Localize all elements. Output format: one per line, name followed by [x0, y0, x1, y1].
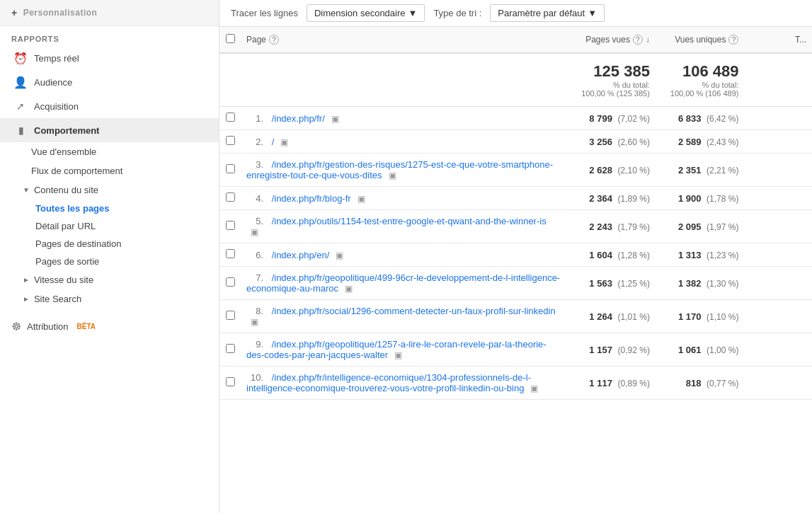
row-number: 9.	[246, 339, 266, 350]
table-row: 6. /index.php/en/ ▣ 1 604 (1,28 %) 1 313…	[219, 243, 812, 267]
row-checkbox-cell[interactable]	[219, 267, 241, 300]
vues-uniques-value: 818	[686, 378, 702, 388]
table-row: 9. /index.php/fr/geopolitique/1257-a-lir…	[219, 333, 812, 367]
t-cell	[744, 243, 812, 267]
row-checkbox-cell[interactable]	[219, 187, 241, 210]
external-link-icon[interactable]: ▣	[394, 350, 404, 360]
tri-value: Paramètre par défaut	[498, 8, 585, 18]
sidebar-item-acquisition[interactable]: ➚ Acquisition	[0, 94, 219, 118]
header-checkbox[interactable]	[226, 34, 235, 43]
row-checkbox-4[interactable]	[226, 221, 235, 230]
table-row: 8. /index.php/fr/social/1296-comment-det…	[219, 300, 812, 333]
select-all-checkbox[interactable]	[219, 27, 241, 53]
chevron-down-icon: ▼	[23, 186, 30, 194]
external-link-icon[interactable]: ▣	[387, 171, 397, 180]
clock-icon: ⏰	[14, 52, 27, 64]
row-checkbox-cell[interactable]	[219, 130, 241, 154]
sidebar: + Personnalisation RAPPORTS ⏰ Temps réel…	[0, 0, 219, 513]
dimension-label: Dimension secondaire	[314, 8, 406, 18]
pages-vues-cell: 2 243 (1,79 %)	[566, 210, 656, 243]
page-link[interactable]: /index.php/fr/	[272, 113, 325, 124]
page-link[interactable]: /index.php/fr/gestion-des-risques/1275-e…	[246, 159, 553, 180]
external-link-icon[interactable]: ▣	[344, 284, 354, 294]
external-link-icon[interactable]: ▣	[530, 384, 539, 393]
vues-uniques-value: 2 095	[678, 221, 702, 232]
page-help-icon[interactable]: ?	[269, 35, 279, 45]
sidebar-item-detail-url[interactable]: Détail par URL	[0, 217, 219, 235]
external-link-icon[interactable]: ▣	[335, 250, 345, 260]
external-link-icon[interactable]: ▣	[356, 194, 366, 204]
sidebar-item-audience[interactable]: 👤 Audience	[0, 70, 219, 94]
row-checkbox-1[interactable]	[226, 136, 235, 145]
pages-vues-pct: (1,01 %)	[618, 312, 650, 322]
vues-uniques-value: 2 351	[678, 165, 702, 175]
row-checkbox-cell[interactable]	[219, 154, 241, 187]
sidebar-item-toutes-les-pages[interactable]: Toutes les pages	[0, 200, 219, 217]
sidebar-item-vitesse-du-site[interactable]: ► Vitesse du site	[0, 270, 219, 289]
tri-label: Type de tri :	[433, 8, 481, 18]
external-link-icon[interactable]: ▣	[249, 227, 259, 237]
row-checkbox-5[interactable]	[226, 249, 235, 258]
page-link[interactable]: /index.php/fr/intelligence-economique/13…	[246, 372, 531, 393]
row-checkbox-6[interactable]	[226, 277, 235, 287]
row-checkbox-cell[interactable]	[219, 367, 241, 400]
vues-uniques-pct: (1,10 %)	[707, 312, 738, 322]
contenu-label: Contenu du site	[34, 185, 98, 195]
row-checkbox-0[interactable]	[226, 113, 235, 122]
row-checkbox-2[interactable]	[226, 164, 235, 173]
page-link[interactable]: /index.php/fr/geopolitique/499-96cr-le-d…	[246, 272, 560, 294]
acquisition-icon: ➚	[14, 100, 27, 113]
vues-uniques-label: Vues uniques	[675, 35, 726, 45]
external-link-icon[interactable]: ▣	[280, 137, 290, 147]
sidebar-item-label: Comportement	[34, 125, 99, 136]
row-checkbox-cell[interactable]	[219, 243, 241, 267]
sidebar-item-temps-reel[interactable]: ⏰ Temps réel	[0, 46, 219, 70]
sidebar-item-vue-ensemble[interactable]: Vue d'ensemble	[0, 142, 219, 161]
sidebar-item-flux-comportement[interactable]: Flux de comportement	[0, 161, 219, 180]
dimension-secondaire-button[interactable]: Dimension secondaire ▼	[307, 4, 425, 22]
vues-uniques-pct: (6,42 %)	[707, 114, 738, 124]
row-checkbox-8[interactable]	[226, 344, 235, 353]
tri-value-button[interactable]: Paramètre par défaut ▼	[490, 4, 605, 22]
total-pages-vues: 125 385	[572, 62, 650, 81]
row-checkbox-cell[interactable]	[219, 107, 241, 130]
sidebar-item-pages-sortie[interactable]: Pages de sortie	[0, 253, 219, 270]
page-link[interactable]: /index.php/outils/1154-test-entre-google…	[272, 216, 547, 226]
page-link[interactable]: /index.php/fr/social/1296-comment-detect…	[272, 306, 556, 316]
sidebar-item-site-search[interactable]: ► Site Search	[0, 289, 219, 309]
external-link-icon[interactable]: ▣	[249, 317, 259, 327]
sort-down-icon[interactable]: ↓	[646, 35, 650, 45]
pages-vues-cell: 2 364 (1,89 %)	[566, 187, 656, 210]
sidebar-item-pages-destination[interactable]: Pages de destination	[0, 235, 219, 253]
row-checkbox-cell[interactable]	[219, 210, 241, 243]
vues-uniques-cell: 818 (0,77 %)	[656, 367, 745, 400]
pages-vues-help-icon[interactable]: ?	[633, 35, 643, 45]
row-checkbox-cell[interactable]	[219, 300, 241, 333]
page-link[interactable]: /index.php/fr/blog-fr	[272, 193, 351, 204]
sidebar-item-contenu-du-site[interactable]: ▼ Contenu du site	[0, 180, 219, 200]
total-vues-uniques-sub: 100,00 % (106 489)	[661, 89, 739, 98]
comportement-icon: ▮	[14, 124, 27, 137]
t-cell	[744, 367, 812, 400]
row-checkbox-7[interactable]	[226, 311, 235, 320]
row-number: 3.	[246, 159, 266, 170]
t-cell	[744, 210, 812, 243]
page-link[interactable]: /index.php/en/	[272, 250, 330, 260]
sidebar-item-comportement[interactable]: ▮ Comportement	[0, 118, 219, 142]
table-row: 10. /index.php/fr/intelligence-economiqu…	[219, 367, 812, 400]
table-row: 2. / ▣ 3 256 (2,60 %) 2 589 (2,43 %)	[219, 130, 812, 154]
row-checkbox-3[interactable]	[226, 192, 235, 202]
sidebar-header[interactable]: + Personnalisation	[0, 0, 219, 26]
t-cell	[744, 187, 812, 210]
t-cell	[744, 107, 812, 130]
row-checkbox-cell[interactable]	[219, 333, 241, 367]
external-link-icon[interactable]: ▣	[330, 114, 340, 124]
sidebar-item-attribution[interactable]: ☸ Attribution BÊTA	[0, 314, 219, 339]
vues-uniques-help-icon[interactable]: ?	[728, 35, 738, 45]
vues-uniques-value: 6 833	[678, 113, 702, 124]
page-cell: 8. /index.php/fr/social/1296-comment-det…	[241, 300, 566, 333]
row-checkbox-9[interactable]	[226, 377, 235, 386]
vues-uniques-cell: 1 170 (1,10 %)	[656, 300, 745, 333]
page-link[interactable]: /	[272, 137, 275, 147]
vues-uniques-pct: (1,00 %)	[707, 345, 738, 355]
